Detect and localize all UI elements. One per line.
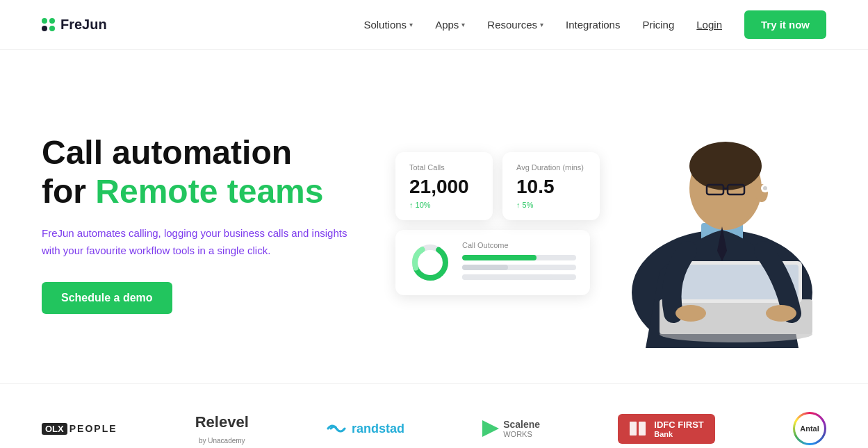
outcome-bar-2	[462, 265, 576, 270]
dashboard-overlay: Total Calls 21,000 ↑ 10% Avg Duration (m…	[395, 152, 785, 295]
outcome-bar-fill-3	[462, 274, 553, 280]
brand-olx-people: OLX PEOPLE	[42, 423, 117, 435]
relevel-sub: by Unacademy	[199, 437, 245, 445]
hero-subtitle: FreJun automates calling, logging your b…	[42, 224, 361, 260]
nav-resources[interactable]: Resources ▾	[487, 19, 543, 31]
total-calls-card: Total Calls 21,000 ↑ 10%	[395, 152, 493, 220]
logo-text: FreJun	[60, 17, 107, 33]
total-calls-value: 21,000	[409, 176, 479, 198]
nav-cta-button[interactable]: Try it now	[744, 10, 826, 39]
nav-resources-label: Resources	[487, 19, 537, 31]
idfc-bank-text: Bank	[654, 430, 704, 438]
donut-chart	[409, 242, 451, 283]
nav-pricing-label: Pricing	[642, 19, 674, 31]
avg-duration-value: 10.5	[516, 176, 586, 198]
svg-rect-22	[639, 422, 646, 435]
svg-point-15	[675, 305, 706, 322]
brand-randstad: randstad	[327, 422, 404, 436]
total-calls-change: ↑ 10%	[409, 201, 479, 209]
randstad-text: randstad	[352, 422, 404, 436]
hero-image-area: Total Calls 21,000 ↑ 10% Avg Duration (m…	[437, 152, 826, 295]
outcome-bar-fill-1	[462, 255, 537, 260]
outcome-bar-fill-2	[462, 265, 508, 270]
olx-badge: OLX	[42, 423, 67, 435]
avg-duration-change: ↑ 5%	[516, 201, 586, 209]
scalene-icon	[482, 420, 499, 437]
outcome-bar-1	[462, 255, 576, 260]
brand-idfc: IDFC FIRST Bank	[618, 414, 715, 444]
dashboard-top-row: Total Calls 21,000 ↑ 10% Avg Duration (m…	[395, 152, 785, 220]
chevron-down-icon: ▾	[540, 21, 543, 28]
randstad-icon	[327, 422, 346, 435]
nav-login[interactable]: Login	[696, 19, 722, 31]
svg-point-16	[766, 305, 796, 322]
nav-apps[interactable]: Apps ▾	[435, 19, 465, 31]
logo-dot-3	[42, 26, 47, 31]
hero-title: Call automation for Remote teams	[42, 133, 361, 210]
call-outcome-label: Call Outcome	[462, 241, 576, 249]
outcome-info: Call Outcome	[462, 241, 576, 284]
outcome-bar-3	[462, 274, 576, 280]
call-outcome-card: Call Outcome	[395, 230, 590, 295]
nav-integrations[interactable]: Integrations	[566, 19, 620, 31]
logo[interactable]: FreJun	[42, 17, 107, 33]
svg-marker-20	[482, 420, 499, 437]
idfc-text: IDFC FIRST	[654, 420, 704, 430]
total-calls-label: Total Calls	[409, 163, 479, 172]
nav-apps-label: Apps	[435, 19, 459, 31]
chevron-down-icon: ▾	[461, 21, 465, 28]
brand-scalene: Scalene WORKS	[482, 419, 540, 438]
hero-left: Call automation for Remote teams FreJun …	[42, 133, 361, 313]
logo-dot-4	[49, 26, 55, 31]
nav-integrations-label: Integrations	[566, 19, 620, 31]
scalene-works-text: WORKS	[503, 430, 540, 438]
nav-solutions[interactable]: Solutions ▾	[363, 19, 413, 31]
avg-duration-label: Avg Duration (mins)	[516, 163, 586, 172]
scalene-text: Scalene	[503, 419, 540, 430]
brand-antal: Antal	[793, 412, 826, 445]
logo-dot-1	[42, 18, 47, 24]
antal-text: Antal	[800, 424, 819, 433]
schedule-demo-button[interactable]: Schedule a demo	[42, 282, 172, 314]
brand-relevel: Relevel by Unacademy	[195, 413, 249, 445]
logo-dot-2	[49, 18, 55, 24]
donut-svg	[409, 242, 451, 283]
nav-links: Solutions ▾ Apps ▾ Resources ▾ Integrati…	[363, 10, 826, 39]
avg-duration-card: Avg Duration (mins) 10.5 ↑ 5%	[502, 152, 600, 220]
hero-section: Call automation for Remote teams FreJun …	[0, 50, 868, 383]
brands-section: OLX PEOPLE Relevel by Unacademy randstad…	[0, 383, 868, 448]
logo-icon	[42, 18, 55, 31]
idfc-icon	[629, 420, 648, 437]
navbar: FreJun Solutions ▾ Apps ▾ Resources ▾ In…	[0, 0, 868, 50]
olx-people-text: PEOPLE	[69, 423, 117, 434]
chevron-down-icon: ▾	[409, 21, 413, 28]
nav-pricing[interactable]: Pricing	[642, 19, 674, 31]
svg-rect-21	[630, 422, 637, 435]
nav-solutions-label: Solutions	[363, 19, 407, 31]
relevel-text: Relevel	[195, 413, 249, 431]
